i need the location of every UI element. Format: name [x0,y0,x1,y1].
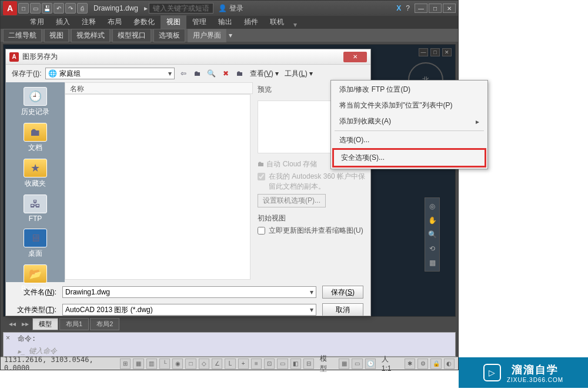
sb-otrack-icon[interactable]: ∠ [212,359,222,369]
panel-ui[interactable]: 用户界面 [188,29,226,42]
back-icon[interactable]: ⇦ [178,68,189,79]
dialog-app-icon: A [9,52,19,62]
panel-views[interactable]: 视图 [44,29,69,42]
tab-online[interactable]: 联机 [264,15,290,29]
place-favorites[interactable]: ★收藏夹 [24,159,47,189]
sb-ducs-icon[interactable]: L [225,359,235,369]
search-icon[interactable]: 🔍 [206,68,217,79]
sb-snap-icon[interactable]: ▦ [133,359,143,369]
menu-add-ftp[interactable]: 添加/修改 FTP 位置(D) [332,82,486,98]
qat-new-icon[interactable]: □ [18,3,29,14]
sb-dyn-icon[interactable]: + [238,359,249,369]
search-input[interactable] [149,3,213,14]
tools-dropdown[interactable]: 工具(L) ▾ [283,69,314,79]
pan-icon[interactable]: ✋ [426,215,438,226]
sb-quickview-icon[interactable]: ▭ [352,359,362,369]
sb-polar-icon[interactable]: ◉ [172,359,183,369]
sb-scale[interactable]: 人 1:1 [378,354,402,373]
tab-insert[interactable]: 插入 [50,15,76,29]
panel-model-viewports[interactable]: 模型视口 [112,29,151,42]
qat-open-icon[interactable]: ▭ [30,3,41,14]
menu-options[interactable]: 选项(O)... [332,132,486,148]
sb-ws-icon[interactable]: ⚙ [417,359,428,369]
sb-grid2-icon[interactable]: ▦ [339,359,349,369]
sb-lwt-icon[interactable]: ≡ [251,359,262,369]
dialog-toolbar: 保存于(I): 🌐 家庭组 ▾ ⇦ 🖿 🔍 ✖ 🖿 查看(V) ▾ 工具(L) … [6,65,370,82]
orbit-icon[interactable]: ⟲ [426,243,438,254]
sb-am-icon[interactable]: ⊟ [303,359,314,369]
thumbnail-checkbox[interactable]: 立即更新图纸并查看缩略图(U) [258,226,366,236]
cmd-close-icon[interactable]: × [6,334,10,342]
help-icon[interactable]: ? [406,4,410,12]
sb-grid-icon[interactable]: ▥ [146,359,157,369]
sb-model[interactable]: 模型 [316,354,336,374]
exchange-icon[interactable]: X [396,4,401,12]
panel-palettes[interactable]: 选项板 [153,29,185,42]
tab-annotate[interactable]: 注释 [76,15,102,29]
maximize-button[interactable]: □ [429,4,442,13]
panel-2dnav[interactable]: 二维导航 [3,29,42,42]
tab-scroll-left-icon[interactable]: ◂◂ [6,319,18,329]
save-button[interactable]: 保存(S) [322,286,363,299]
sb-lock-icon[interactable]: 🔒 [430,359,441,369]
qat-print-icon[interactable]: ⎙ [77,3,88,14]
delete-icon[interactable]: ✖ [220,68,231,79]
sb-hw-icon[interactable]: ◐ [444,359,455,369]
sb-infer-icon[interactable]: ⊞ [120,359,131,369]
steering-wheel-icon[interactable]: ◎ [426,200,438,212]
doc-restore-button[interactable]: □ [430,48,440,56]
zoom-icon[interactable]: 🔍 [426,229,438,240]
submenu-arrow-icon: ▸ [476,118,479,126]
a360-checkbox[interactable]: 在我的 Autodesk 360 帐户中保留此文档的副本。 [258,172,366,192]
filetype-combo[interactable]: AutoCAD 2013 图形 (*.dwg) ▾ [62,304,316,316]
tab-manage[interactable]: 管理 [186,15,212,29]
menu-add-favorites[interactable]: 添加到收藏夹(A) ▸ [332,113,486,129]
up-icon[interactable]: 🖿 [192,68,203,79]
tab-scroll-right-icon[interactable]: ▸▸ [19,319,31,329]
app-logo[interactable]: A [3,1,17,15]
place-ftp[interactable]: 🖧FTP [24,195,47,223]
menu-add-to-places[interactable]: 将当前文件夹添加到"位置"列表中(P) [332,98,486,113]
doc-close-button[interactable]: ✕ [442,48,452,56]
file-list[interactable] [65,94,250,280]
qat-redo-icon[interactable]: ↷ [65,3,76,14]
cmd-run-icon[interactable]: ▸_ [18,347,25,356]
tab-output[interactable]: 输出 [212,15,238,29]
place-history[interactable]: 🕘历史记录 [21,87,49,117]
close-button[interactable]: ✕ [443,4,456,13]
cancel-button[interactable]: 取消 [322,303,363,316]
tab-home[interactable]: 常用 [24,15,50,29]
place-desktop[interactable]: 🖥桌面 [24,229,47,259]
showmotion-icon[interactable]: ▦ [426,257,438,269]
sb-osnap-icon[interactable]: □ [185,359,196,369]
sb-ortho-icon[interactable]: └ [159,359,170,369]
view-dropdown[interactable]: 查看(V) ▾ [249,69,280,79]
sb-annoscale-icon[interactable]: 🕒 [365,359,376,369]
tab-plugins[interactable]: 插件 [238,15,264,29]
command-line[interactable]: × 命令: ▸_ 键入命令 [3,332,456,357]
tab-parametric[interactable]: 参数化 [128,15,161,29]
menu-security-options[interactable]: 安全选项(S)... [332,148,486,167]
column-name[interactable]: 名称 [65,82,253,94]
dialog-close-button[interactable]: ✕ [343,52,367,62]
minimize-button[interactable]: — [415,4,427,13]
doc-minimize-button[interactable]: — [419,48,428,56]
newfolder-icon[interactable]: 🖿 [235,68,245,79]
tab-view[interactable]: 视图 [161,15,186,29]
tab-layout[interactable]: 布局 [102,15,128,29]
place-documents[interactable]: 🖿文档 [24,123,47,153]
login-button[interactable]: 👤 登录 [218,4,243,14]
qat-save-icon[interactable]: 💾 [42,3,52,14]
sb-tpy-icon[interactable]: ⊡ [264,359,275,369]
online-options-button[interactable]: 设置联机选项(P)... [258,194,326,207]
qat-undo-icon[interactable]: ↶ [54,3,64,14]
location-combo[interactable]: 🌐 家庭组 ▾ [45,68,175,79]
filename-input[interactable]: Drawing1.dwg ▾ [62,286,316,298]
filetype-label: 文件类型(T): [13,305,56,315]
document-title: Drawing1.dwg [93,4,138,12]
sb-qp-icon[interactable]: ▭ [277,359,288,369]
sb-sc-icon[interactable]: ◧ [290,359,301,369]
sb-annovis-icon[interactable]: ✱ [405,359,415,369]
sb-3dosnap-icon[interactable]: ◇ [199,359,209,369]
panel-visual-styles[interactable]: 视觉样式 [71,29,110,42]
